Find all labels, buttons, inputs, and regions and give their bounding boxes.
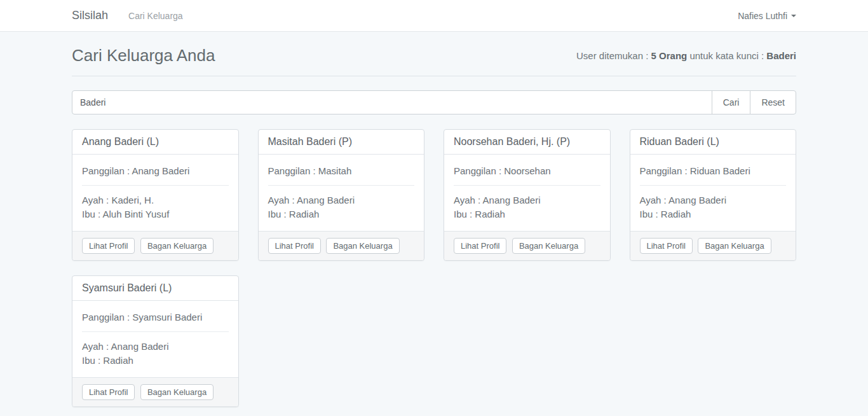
card-body: Panggilan : Noorsehan Ayah : Anang Bader…: [444, 155, 610, 231]
bagan-keluarga-button[interactable]: Bagan Keluarga: [326, 238, 399, 254]
panggilan-text: Panggilan : Syamsuri Baderi: [82, 310, 229, 324]
bagan-keluarga-button[interactable]: Bagan Keluarga: [512, 238, 585, 254]
ayah-text: Ayah : Anang Baderi: [454, 193, 600, 207]
card-footer: Lihat Profil Bagan Keluarga: [630, 231, 796, 260]
user-dropdown[interactable]: Nafies Luthfi: [738, 11, 796, 21]
card-body: Panggilan : Syamsuri Baderi Ayah : Anang…: [72, 301, 238, 377]
result-count: 5 Orang: [651, 50, 688, 61]
ibu-text: Ibu : Radiah: [454, 207, 600, 221]
result-keyword: Baderi: [766, 50, 796, 61]
ayah-text: Ayah : Kaderi, H.: [82, 193, 229, 207]
panggilan-text: Panggilan : Noorsehan: [454, 164, 600, 178]
ibu-text: Ibu : Radiah: [82, 354, 229, 368]
card-title: Anang Baderi (L): [72, 130, 238, 155]
bagan-keluarga-button[interactable]: Bagan Keluarga: [698, 238, 771, 254]
card-body: Panggilan : Riduan Baderi Ayah : Anang B…: [630, 155, 796, 231]
card-body: Panggilan : Anang Baderi Ayah : Kaderi, …: [72, 155, 238, 231]
lihat-profil-button[interactable]: Lihat Profil: [82, 384, 135, 400]
card-divider: [82, 331, 229, 332]
panggilan-text: Panggilan : Riduan Baderi: [640, 164, 787, 178]
card-title: Riduan Baderi (L): [630, 130, 796, 155]
page-title: Cari Keluarga Anda: [72, 46, 215, 66]
card-divider: [268, 185, 415, 186]
lihat-profil-button[interactable]: Lihat Profil: [640, 238, 693, 254]
card-title: Syamsuri Baderi (L): [72, 276, 238, 301]
navbar-inner: Silsilah Cari Keluarga Nafies Luthfi: [62, 0, 806, 31]
page-header: Cari Keluarga Anda User ditemukan : 5 Or…: [72, 32, 796, 76]
ibu-text: Ibu : Radiah: [640, 207, 787, 221]
panggilan-text: Panggilan : Anang Baderi: [82, 164, 229, 178]
lihat-profil-button[interactable]: Lihat Profil: [82, 238, 135, 254]
ibu-text: Ibu : Radiah: [268, 207, 415, 221]
nav-item-cari-keluarga[interactable]: Cari Keluarga: [128, 11, 183, 21]
main-container: Cari Keluarga Anda User ditemukan : 5 Or…: [62, 32, 806, 407]
brand-link[interactable]: Silsilah: [72, 9, 108, 22]
card-title: Masitah Baderi (P): [259, 130, 424, 155]
cari-button[interactable]: Cari: [712, 90, 751, 114]
reset-button[interactable]: Reset: [750, 90, 796, 114]
result-prefix: User ditemukan :: [576, 50, 648, 61]
navbar: Silsilah Cari Keluarga Nafies Luthfi: [0, 0, 868, 32]
caret-down-icon: [791, 15, 796, 17]
ibu-text: Ibu : Aluh Binti Yusuf: [82, 207, 229, 221]
lihat-profil-button[interactable]: Lihat Profil: [454, 238, 506, 254]
panggilan-text: Panggilan : Masitah: [268, 164, 415, 178]
card-footer: Lihat Profil Bagan Keluarga: [259, 231, 424, 260]
ayah-text: Ayah : Anang Baderi: [82, 340, 229, 354]
person-card: Masitah Baderi (P) Panggilan : Masitah A…: [258, 129, 425, 261]
user-name: Nafies Luthfi: [738, 11, 787, 21]
card-footer: Lihat Profil Bagan Keluarga: [444, 231, 610, 260]
search-input[interactable]: [72, 90, 712, 114]
cards-grid: Anang Baderi (L) Panggilan : Anang Bader…: [72, 129, 796, 407]
person-card: Noorsehan Baderi, Hj. (P) Panggilan : No…: [444, 129, 611, 261]
card-title: Noorsehan Baderi, Hj. (P): [444, 130, 610, 155]
card-divider: [640, 185, 787, 186]
card-footer: Lihat Profil Bagan Keluarga: [72, 231, 238, 260]
search-form: Cari Reset: [72, 90, 796, 114]
result-summary: User ditemukan : 5 Orang untuk kata kunc…: [576, 50, 796, 61]
bagan-keluarga-button[interactable]: Bagan Keluarga: [140, 238, 214, 254]
ayah-text: Ayah : Anang Baderi: [268, 193, 415, 207]
lihat-profil-button[interactable]: Lihat Profil: [268, 238, 321, 254]
card-body: Panggilan : Masitah Ayah : Anang Baderi …: [259, 155, 424, 231]
person-card: Anang Baderi (L) Panggilan : Anang Bader…: [72, 129, 239, 261]
person-card: Syamsuri Baderi (L) Panggilan : Syamsuri…: [72, 275, 239, 407]
card-footer: Lihat Profil Bagan Keluarga: [72, 377, 238, 406]
ayah-text: Ayah : Anang Baderi: [640, 193, 787, 207]
card-divider: [82, 185, 229, 186]
card-divider: [454, 185, 600, 186]
result-middle: untuk kata kunci :: [689, 50, 764, 61]
bagan-keluarga-button[interactable]: Bagan Keluarga: [140, 384, 214, 400]
person-card: Riduan Baderi (L) Panggilan : Riduan Bad…: [630, 129, 797, 261]
